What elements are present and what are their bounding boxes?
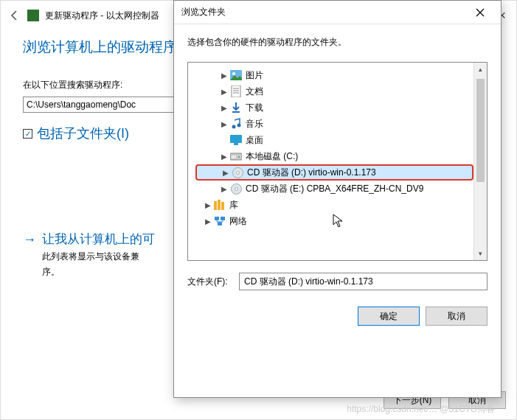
svg-rect-21 <box>215 217 219 220</box>
ok-button[interactable]: 确定 <box>358 307 420 326</box>
svg-point-1 <box>232 72 235 75</box>
tree-item[interactable]: ▶下载 <box>195 99 473 116</box>
svg-rect-20 <box>221 202 224 210</box>
tree-item[interactable]: ▶库 <box>195 197 473 213</box>
expand-right-icon[interactable]: ▶ <box>221 169 231 177</box>
svg-point-15 <box>236 171 239 174</box>
svg-rect-23 <box>218 222 222 225</box>
svg-rect-13 <box>232 155 236 158</box>
scroll-up-icon[interactable]: ▴ <box>474 63 487 76</box>
scroll-thumb[interactable] <box>476 79 485 182</box>
svg-point-8 <box>237 124 241 127</box>
folder-tree: ▶图片▶文档▶下载▶音乐桌面▶本地磁盘 (C:)▶CD 驱动器 (D:) vir… <box>187 62 487 261</box>
tree-item-label: CD 驱动器 (D:) virtio-win-0.1.173 <box>247 167 376 179</box>
watermark: https://blog.csdn.net/… @51CTO博客 <box>347 403 495 416</box>
device-icon <box>27 10 39 21</box>
dialog-title: 浏览文件夹 <box>181 6 226 18</box>
tree-item-selected[interactable]: ▶CD 驱动器 (D:) virtio-win-0.1.173 <box>195 164 473 181</box>
dialog-titlebar: 浏览文件夹 <box>174 1 501 24</box>
svg-point-17 <box>235 187 237 190</box>
music-icon <box>229 118 243 130</box>
pick-from-list-link[interactable]: 让我从计算机上的可 <box>42 231 155 248</box>
expand-right-icon[interactable]: ▶ <box>219 185 229 193</box>
tree-item-label: 网络 <box>229 215 247 228</box>
tree-item[interactable]: ▶音乐 <box>195 116 473 132</box>
tree-item-label: 库 <box>229 199 238 211</box>
include-subfolders-checkbox[interactable]: ✓ <box>23 129 32 139</box>
svg-rect-22 <box>221 217 225 220</box>
arrow-right-icon: → <box>23 232 36 248</box>
include-subfolders-label: 包括子文件夹(I) <box>37 125 129 142</box>
network-icon <box>213 215 226 227</box>
parent-window-title: 更新驱动程序 - 以太网控制器 <box>45 10 159 22</box>
expand-right-icon[interactable]: ▶ <box>203 201 213 209</box>
dialog-close-icon[interactable] <box>467 2 493 23</box>
svg-rect-2 <box>232 85 240 97</box>
tree-item-label: 图片 <box>246 69 263 82</box>
pick-from-list-desc: 此列表将显示与该设备兼 <box>42 251 155 263</box>
tree-item-label: 本地磁盘 (C:) <box>246 150 298 163</box>
tree-item[interactable]: ▶文档 <box>195 83 473 99</box>
documents-icon <box>229 85 243 97</box>
tree-item[interactable]: ▶图片 <box>195 67 473 83</box>
tree-item[interactable]: ▶网络 <box>195 213 473 229</box>
svg-rect-9 <box>230 135 242 143</box>
folder-field-input[interactable] <box>239 273 487 290</box>
tree-item[interactable]: ▶CD 驱动器 (E:) CPBA_X64FRE_ZH-CN_DV9 <box>195 181 473 197</box>
folder-field-label: 文件夹(F): <box>187 276 232 288</box>
pictures-icon <box>229 69 243 81</box>
tree-item-label: 下载 <box>246 102 263 114</box>
expand-right-icon[interactable]: ▶ <box>219 153 229 161</box>
tree-item-label: 桌面 <box>246 134 263 147</box>
disk-icon <box>229 150 243 162</box>
back-icon[interactable] <box>8 9 21 22</box>
expand-right-icon[interactable]: ▶ <box>203 217 213 225</box>
disc-icon <box>229 183 243 195</box>
tree-item-label: 文档 <box>246 85 263 98</box>
svg-point-7 <box>232 125 236 129</box>
svg-rect-10 <box>234 143 238 145</box>
svg-point-12 <box>238 156 240 158</box>
expand-right-icon[interactable]: ▶ <box>219 88 229 96</box>
expand-right-icon[interactable]: ▶ <box>219 104 229 112</box>
browse-folder-dialog: 浏览文件夹 选择包含你的硬件的驱动程序的文件夹。 ▶图片▶文档▶下载▶音乐桌面▶… <box>173 0 502 398</box>
dialog-instruction: 选择包含你的硬件的驱动程序的文件夹。 <box>174 24 501 56</box>
library-icon <box>213 199 226 211</box>
tree-item-label: CD 驱动器 (E:) CPBA_X64FRE_ZH-CN_DV9 <box>246 183 423 195</box>
expand-right-icon[interactable]: ▶ <box>219 71 229 80</box>
tree-item[interactable]: ▶本地磁盘 (C:) <box>195 148 473 164</box>
scroll-down-icon[interactable]: ▾ <box>474 247 487 260</box>
pick-from-list-desc2: 序。 <box>42 266 155 279</box>
downloads-icon <box>229 102 243 113</box>
disc-icon <box>231 167 244 178</box>
desktop-icon <box>229 134 243 146</box>
tree-item-label: 音乐 <box>246 118 263 130</box>
expand-right-icon[interactable]: ▶ <box>219 120 229 128</box>
svg-rect-18 <box>214 201 217 210</box>
svg-rect-19 <box>218 200 221 210</box>
tree-item[interactable]: 桌面 <box>195 132 473 148</box>
cancel-button[interactable]: 取消 <box>426 307 487 326</box>
tree-scrollbar[interactable]: ▴ ▾ <box>473 63 487 260</box>
